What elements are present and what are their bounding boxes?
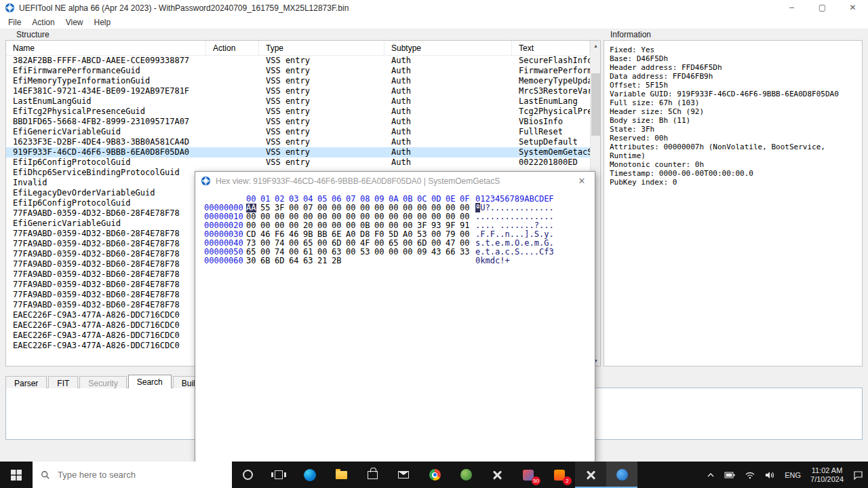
information-panel[interactable]: Fixed: YesBase: D46F5DhHeader address: F… (604, 40, 863, 367)
store-icon (368, 471, 378, 479)
menu-action[interactable]: Action (26, 18, 60, 27)
info-line: Header size: 5Ch (92) (610, 107, 856, 116)
taskbar-button[interactable] (450, 462, 481, 488)
tab-fit[interactable]: FIT (48, 376, 78, 388)
hex-byte[interactable]: 66 (446, 248, 456, 257)
taskbar-button[interactable] (419, 462, 450, 488)
language-indicator[interactable]: ENG (780, 462, 806, 488)
tab-search[interactable]: Search (128, 375, 172, 388)
blue-app-icon (616, 469, 628, 481)
hex-byte[interactable]: 00 (374, 248, 384, 257)
hex-ascii[interactable]: ................ (475, 212, 554, 221)
table-row[interactable]: 14EF381C-9721-434E-BE09-192AB97E781FVSS … (6, 86, 590, 96)
menu-view[interactable]: View (60, 18, 89, 27)
cell-name: EfiFirmwarePerformanceGuid (6, 66, 206, 76)
table-row[interactable]: 382AF2BB-FFFF-ABCD-AAEE-CCE099338877VSS … (6, 56, 590, 66)
column-header-type[interactable]: Type (259, 41, 384, 55)
hex-ascii[interactable]: ªU?............. (475, 203, 554, 212)
table-row[interactable]: EfiIp6ConfigProtocolGuidVSS entryAuth002… (6, 157, 590, 168)
column-header-subtype[interactable]: Subtype (384, 41, 512, 55)
hex-ascii[interactable]: .F.F..n...].S.y. (475, 229, 554, 239)
action-center-icon[interactable] (848, 462, 868, 488)
close-button[interactable]: ✕ (837, 0, 868, 16)
windows-logo-icon (11, 470, 22, 481)
hex-byte[interactable]: 00 (403, 248, 413, 257)
hex-close-icon[interactable]: ✕ (569, 172, 595, 190)
cell-text: MemoeryTypeUpda (512, 76, 590, 86)
hex-ascii[interactable]: e.t.a.c.S....Cf3 (475, 247, 554, 257)
notification-badge: 50 (532, 476, 540, 485)
search-input[interactable] (56, 469, 212, 481)
hex-byte[interactable]: 33 (460, 248, 470, 257)
hex-byte[interactable]: 63 (303, 257, 313, 265)
hex-byte[interactable]: 6B (260, 257, 271, 265)
cell-name: EfiMemoryTypeInformationGuid (6, 76, 206, 86)
tab-parser[interactable]: Parser (5, 376, 47, 388)
ascii-char: + (505, 256, 509, 265)
menu-file[interactable]: File (3, 18, 26, 27)
taskbar-button[interactable]: 2 (544, 462, 575, 488)
hex-row: 00000060306B6D6463212B0kmdc!+ (204, 257, 595, 265)
taskbar-button[interactable] (294, 462, 326, 488)
scroll-thumb[interactable] (591, 73, 600, 136)
hex-byte[interactable]: 09 (417, 248, 427, 257)
taskbar-button[interactable] (232, 462, 263, 488)
taskbar-search[interactable] (33, 462, 232, 488)
task-view-icon (275, 470, 283, 479)
cell-name: EfiLegacyDevOrderVariableGuid (6, 188, 206, 198)
clock[interactable]: 11:02 AM 7/10/2024 (806, 462, 848, 488)
hex-byte[interactable]: 53 (360, 248, 370, 257)
taskbar-button[interactable]: 50 (513, 462, 544, 488)
table-row[interactable]: 919F933F-46CD-46F6-9BBB-6EA0D8F05DA0VSS … (6, 147, 590, 157)
hex-byte[interactable]: 64 (289, 257, 299, 265)
hex-ascii[interactable]: s.t.e.m.O.e.m.G. (475, 238, 554, 248)
table-row[interactable]: EfiTcg2PhysicalPresenceGuidVSS entryAuth… (6, 107, 590, 117)
taskbar-button[interactable] (326, 462, 357, 488)
network-icon[interactable] (740, 462, 760, 488)
hex-byte[interactable]: 00 (389, 248, 399, 257)
cell-subtype: Auth (384, 56, 512, 66)
taskbar-button[interactable] (388, 462, 419, 488)
ascii-char: . (530, 212, 534, 221)
hex-byte[interactable]: 2B (332, 257, 342, 265)
tray-chevron-icon[interactable] (702, 462, 719, 488)
table-row[interactable]: EfiMemoryTypeInformationGuidVSS entryAut… (6, 76, 590, 86)
taskbar-button[interactable] (606, 462, 637, 488)
menu-bar: FileActionViewHelp (0, 16, 868, 29)
volume-icon[interactable] (760, 462, 780, 488)
hex-ascii[interactable]: .... .......?... (475, 221, 554, 230)
scroll-up-icon[interactable]: ▲ (591, 41, 601, 51)
ascii-char: . (530, 229, 534, 239)
cell-name: 77FA9ABD-0359-4D32-BD60-28F4E78F78 (6, 208, 206, 219)
cell-name: 14EF381C-9721-434E-BE09-192AB97E781F (6, 86, 206, 96)
menu-help[interactable]: Help (89, 18, 117, 27)
hex-ascii[interactable]: 0kmdc!+ (475, 256, 510, 265)
tab-security[interactable]: Security (79, 376, 126, 388)
green-app-icon (460, 469, 472, 481)
maximize-button[interactable]: ▢ (807, 0, 837, 16)
table-row[interactable]: LastEnumLangGuidVSS entryAuthLastEnumLan… (6, 96, 590, 107)
taskbar-button[interactable] (481, 462, 513, 488)
hex-byte[interactable]: 6D (275, 257, 285, 265)
hex-byte[interactable]: 21 (317, 257, 328, 265)
column-header-text[interactable]: Text (512, 41, 590, 55)
battery-icon[interactable] (719, 462, 740, 488)
start-button[interactable] (0, 462, 33, 488)
info-line: Timestamp: 0000-00-00T00:00:00.0 (610, 169, 856, 178)
hex-byte[interactable]: 43 (431, 248, 441, 257)
minimize-button[interactable]: – (776, 0, 807, 16)
ascii-char: e (524, 238, 529, 248)
column-header-action[interactable]: Action (206, 41, 259, 55)
taskbar-button[interactable] (263, 462, 294, 488)
table-row[interactable]: BBD1FD65-5668-4FB2-8999-231095717A07VSS … (6, 117, 590, 127)
table-row[interactable]: 16233F3E-D2BF-4DE4-9B83-3BB0A581CA4DVSS … (6, 137, 590, 147)
hex-byte[interactable]: 00 (346, 248, 356, 257)
hex-body[interactable]: 000102030405060708090A0B0C0D0E0F01234567… (195, 190, 595, 462)
taskbar-button[interactable] (575, 462, 606, 488)
column-header-name[interactable]: Name (6, 41, 206, 55)
table-row[interactable]: EfiFirmwarePerformanceGuidVSS entryAuthF… (6, 66, 590, 76)
hex-byte[interactable]: 30 (246, 257, 256, 265)
cell-action (206, 86, 259, 96)
taskbar-button[interactable] (357, 462, 388, 488)
table-row[interactable]: EfiGenericVariableGuidVSS entryAuthFullR… (6, 127, 590, 137)
